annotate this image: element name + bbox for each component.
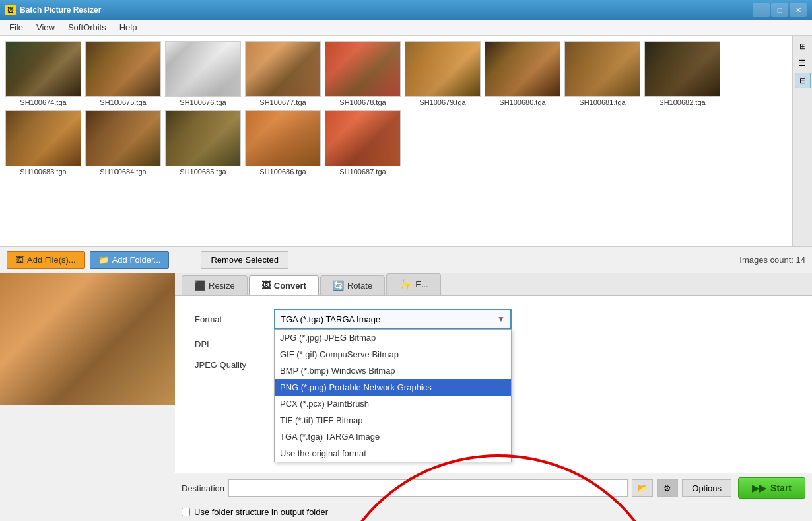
menu-view[interactable]: View [30,21,61,34]
gallery-container: SH100674.tgaSH100675.tgaSH100676.tgaSH10… [0,36,812,247]
thumbnail-label: SH100687.tga [339,168,386,176]
image-gallery: SH100674.tgaSH100675.tgaSH100676.tgaSH10… [0,36,792,246]
format-label: Format [195,314,261,324]
menu-help[interactable]: Help [113,21,144,34]
gallery-item[interactable]: SH100681.tga [564,41,640,106]
title-bar: 🖼 Batch Picture Resizer — □ ✕ [0,0,812,20]
thumbnail-image [564,41,640,97]
gallery-item[interactable]: SH100682.tga [644,41,720,106]
add-files-label: Add File(s)... [27,255,76,265]
resize-tab-label: Resize [209,281,235,291]
format-option-bmp[interactable]: BMP (*.bmp) Windows Bitmap [275,363,511,379]
view-large-icon-button[interactable]: ⊞ [795,38,811,54]
remove-selected-button[interactable]: Remove Selected [201,251,288,269]
thumbnail-image [405,41,481,97]
options-label: Options [692,483,722,493]
gallery-item[interactable]: SH100686.tga [245,110,321,176]
use-folder-structure-checkbox[interactable] [182,508,190,516]
gallery-item[interactable]: SH100678.tga [325,41,401,106]
format-select-container: TGA (*.tga) TARGA Image ▼ JPG (*.jpg) JP… [274,309,512,329]
bottom-area: ⬛ Resize 🖼 Convert 🔄 Rotate ✨ E... [0,273,812,521]
convert-tab-label: Convert [274,281,306,291]
gallery-item[interactable]: SH100679.tga [405,41,481,106]
format-dropdown-list[interactable]: JPG (*.jpg) JPEG Bitmap GIF (*.gif) Comp… [274,329,512,462]
window-controls: — □ ✕ [753,3,807,17]
thumbnail-image [85,41,161,97]
format-selected-value: TGA (*.tga) TARGA Image [281,314,380,324]
start-button[interactable]: ▶▶ Start [738,477,805,499]
thumbnail-label: SH100676.tga [180,98,226,106]
tab-convert[interactable]: 🖼 Convert [249,275,319,295]
thumbnail-image [485,41,560,97]
destination-area: Destination 📂 ⚙ Options ▶▶ Start [175,473,812,503]
effects-tab-icon: ✨ [399,278,412,291]
thumbnail-label: SH100682.tga [659,98,705,106]
thumbnail-image [5,110,81,166]
use-folder-structure-row: Use folder structure in output folder [182,507,328,517]
view-grid-button[interactable]: ⊟ [795,73,811,88]
thumbnail-image [85,110,161,166]
maximize-button[interactable]: □ [771,3,788,17]
format-option-pcx[interactable]: PCX (*.pcx) PaintBrush [275,396,511,412]
format-option-original[interactable]: Use the original format [275,445,511,462]
gallery-item[interactable]: SH100687.tga [325,110,401,176]
options-button[interactable]: Options [682,479,731,497]
gallery-item[interactable]: SH100676.tga [165,41,241,106]
minimize-button[interactable]: — [753,3,770,17]
gallery-item[interactable]: SH100684.tga [85,110,161,176]
destination-input[interactable] [228,479,628,497]
format-option-png[interactable]: PNG (*.png) Portable Network Graphics [275,379,511,396]
thumbnail-label: SH100683.tga [20,168,66,176]
thumbnail-image [5,41,81,97]
menu-file[interactable]: File [3,21,30,34]
format-option-jpg[interactable]: JPG (*.jpg) JPEG Bitmap [275,330,511,346]
thumbnail-label: SH100686.tga [259,168,306,176]
resize-tab-icon: ⬛ [194,280,205,291]
thumbnail-image [245,110,321,166]
thumbnail-label: SH100679.tga [419,98,465,106]
view-list-button[interactable]: ☰ [795,55,811,71]
add-folder-button[interactable]: 📁 Add Folder... [90,251,170,269]
jpeg-quality-label: JPEG Quality [195,360,261,370]
rotate-tab-label: Rotate [347,281,372,291]
format-option-tif[interactable]: TIF (*.tif) TIFF Bitmap [275,412,511,429]
thumbnail-label: SH100685.tga [180,168,226,176]
gallery-item[interactable]: SH100680.tga [485,41,560,106]
action-toolbar: 🖼 Add File(s)... 📁 Add Folder... Remove … [0,247,812,273]
browse-icon: 📂 [637,483,648,493]
tab-resize[interactable]: ⬛ Resize [182,275,248,295]
destination-browse-button[interactable]: 📂 [632,479,653,497]
tab-rotate[interactable]: 🔄 Rotate [320,275,385,295]
dpi-label: DPI [195,339,261,349]
images-count: Images count: 14 [739,255,805,265]
thumbnail-image [165,41,241,97]
gallery-item[interactable]: SH100683.tga [5,110,81,176]
side-preview [0,273,175,405]
format-option-tga[interactable]: TGA (*.tga) TARGA Image [275,429,511,445]
main-area: SH100674.tgaSH100675.tgaSH100676.tgaSH10… [0,36,812,521]
settings-button[interactable]: ⚙ [657,479,678,497]
thumbnail-image [325,41,401,97]
effects-tab-label: E... [415,279,428,289]
close-button[interactable]: ✕ [790,3,807,17]
menu-softorbits[interactable]: SoftOrbits [61,21,113,34]
gallery-item[interactable]: SH100677.tga [245,41,321,106]
gallery-item[interactable]: SH100675.tga [85,41,161,106]
add-files-button[interactable]: 🖼 Add File(s)... [7,251,85,269]
right-panel: ⬛ Resize 🖼 Convert 🔄 Rotate ✨ E... [175,273,812,521]
gallery-item[interactable]: SH100674.tga [5,41,81,106]
dropdown-arrow-icon: ▼ [497,314,505,324]
add-files-icon: 🖼 [15,255,24,265]
view-controls: ⊞ ☰ ⊟ [792,36,812,246]
app-title: Batch Picture Resizer [20,5,749,15]
thumbnail-label: SH100681.tga [579,98,625,106]
format-select[interactable]: TGA (*.tga) TARGA Image ▼ [274,309,512,329]
thumbnail-label: SH100678.tga [339,98,386,106]
add-folder-label: Add Folder... [112,255,161,265]
thumbnail-label: SH100680.tga [499,98,545,106]
gallery-item[interactable]: SH100685.tga [165,110,241,176]
tab-effects[interactable]: ✨ E... [386,273,441,295]
gear-icon: ⚙ [663,483,671,493]
format-option-gif[interactable]: GIF (*.gif) CompuServe Bitmap [275,346,511,363]
thumbnail-image [325,110,401,166]
